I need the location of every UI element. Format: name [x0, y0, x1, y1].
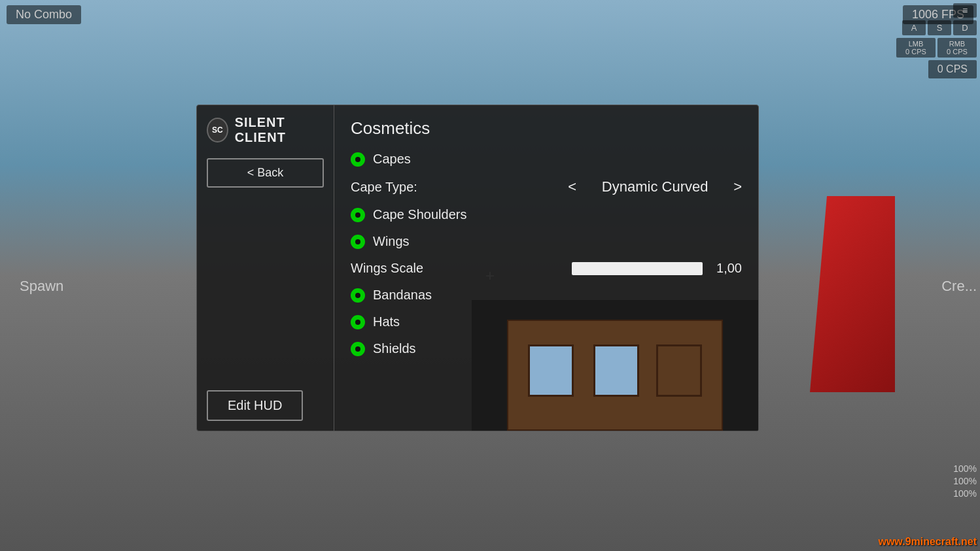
shields-radio[interactable] — [351, 342, 365, 356]
cre-label: Cre... — [941, 278, 977, 295]
cosmetics-modal: SC SILENT CLIENT < Back Edit HUD Cosmeti… — [196, 105, 759, 431]
wings-scale-row: Wings Scale 1,00 — [351, 261, 742, 276]
game-preview-scene — [472, 300, 758, 431]
pixel-building-main — [507, 320, 723, 431]
key-d: D — [953, 20, 977, 35]
cps-main-display: 0 CPS — [928, 60, 977, 78]
cape-type-label: Cape Type: — [351, 180, 481, 195]
right-hud: ≡ A S D LMB 0 CPS RMB 0 CPS 0 CPS — [896, 3, 977, 78]
cape-type-row: Cape Type: < Dynamic Curved > — [351, 178, 742, 195]
cape-type-next[interactable]: > — [733, 178, 742, 195]
key-lmb: LMB 0 CPS — [896, 38, 936, 58]
cape-shoulders-radio[interactable] — [351, 208, 365, 222]
capes-radio[interactable] — [351, 152, 365, 167]
slider-value: 1,00 — [712, 261, 742, 276]
bandanas-radio-inner — [355, 293, 360, 298]
wings-scale-label: Wings Scale — [351, 261, 481, 276]
capes-label: Capes — [373, 152, 411, 167]
health-pct-3: 100% — [953, 488, 977, 499]
wings-radio[interactable] — [351, 235, 365, 249]
back-button[interactable]: < Back — [207, 158, 324, 188]
cape-shoulders-label: Cape Shoulders — [373, 207, 466, 222]
watermark: www.9minecraft.net — [878, 536, 977, 548]
bandanas-label: Bandanas — [373, 288, 432, 303]
health-pct-2: 100% — [953, 476, 977, 486]
cape-type-prev[interactable]: < — [568, 178, 576, 195]
shields-label: Shields — [373, 341, 416, 356]
hud-icon-bar: ≡ — [953, 3, 977, 18]
capes-radio-inner — [355, 157, 360, 162]
rmb-cps: 0 CPS — [941, 48, 973, 56]
hats-label: Hats — [373, 314, 400, 329]
shields-radio-inner — [355, 346, 360, 352]
key-row-asd: A S D — [902, 20, 977, 35]
capes-item[interactable]: Capes — [351, 152, 742, 167]
edit-hud-button[interactable]: Edit HUD — [207, 390, 303, 421]
key-rmb: RMB 0 CPS — [937, 38, 977, 58]
hats-radio-inner — [355, 320, 360, 325]
cape-type-value: Dynamic Curved — [596, 178, 714, 195]
cape-shoulders-item[interactable]: Cape Shoulders — [351, 207, 742, 222]
building-window-center — [593, 344, 639, 397]
wings-label: Wings — [373, 234, 410, 249]
cape-type-nav: < Dynamic Curved > — [568, 178, 742, 195]
top-hud: No Combo 1006 FPS — [0, 0, 980, 29]
key-a: A — [902, 20, 926, 35]
health-pct-1: 100% — [953, 463, 977, 474]
health-row-2: 100% — [953, 476, 977, 486]
lmb-label: LMB — [900, 40, 932, 48]
key-s: S — [928, 20, 951, 35]
right-health: 100% 100% 100% — [953, 463, 977, 499]
health-row-3: 100% — [953, 488, 977, 499]
bandanas-radio[interactable] — [351, 288, 365, 303]
key-row-mouse: LMB 0 CPS RMB 0 CPS — [896, 38, 977, 58]
combo-display: No Combo — [7, 5, 81, 24]
hats-radio[interactable] — [351, 315, 365, 329]
spawn-label: Spawn — [20, 278, 63, 295]
brand-logo: SC — [207, 118, 228, 142]
building-window-left — [528, 344, 574, 397]
content-title: Cosmetics — [351, 118, 742, 139]
cape-shoulders-radio-inner — [355, 212, 360, 218]
wings-item[interactable]: Wings — [351, 234, 742, 249]
slider-track[interactable] — [572, 262, 703, 275]
modal-sidebar: SC SILENT CLIENT < Back Edit HUD — [197, 105, 334, 431]
building-window-right — [656, 344, 702, 397]
lmb-cps: 0 CPS — [900, 48, 932, 56]
brand-name: SILENT CLIENT — [235, 115, 324, 145]
rmb-label: RMB — [941, 40, 973, 48]
modal-content: Cosmetics Capes Cape Type: < Dynamic Cur… — [334, 105, 758, 431]
wings-scale-slider: 1,00 — [572, 261, 742, 276]
brand-header: SC SILENT CLIENT — [207, 115, 324, 145]
wings-radio-inner — [355, 239, 360, 244]
health-row-1: 100% — [953, 463, 977, 474]
